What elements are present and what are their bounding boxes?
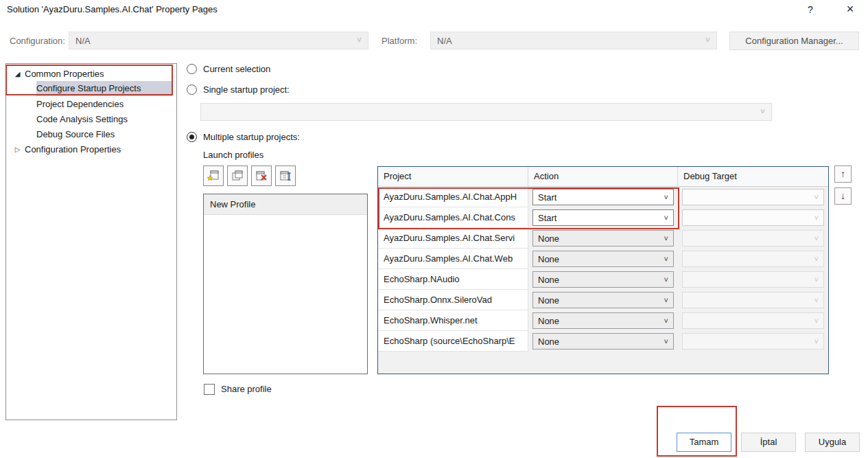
action-value: None xyxy=(538,254,559,264)
debug-target-cell: ˅ xyxy=(678,290,828,310)
new-profile-button[interactable] xyxy=(203,165,224,186)
property-tree: ◢ Common Properties Configure Startup Pr… xyxy=(5,63,177,420)
action-cell: None ˅ xyxy=(528,228,678,249)
action-select[interactable]: None ˅ xyxy=(532,271,674,288)
delete-profile-icon xyxy=(255,170,268,182)
debug-target-cell: ˅ xyxy=(678,187,828,207)
action-value: None xyxy=(538,316,559,326)
project-cell[interactable]: EchoSharp (source\EchoSharp\E xyxy=(378,331,528,352)
radio-current-selection-label: Current selection xyxy=(203,64,270,74)
tree-expanded-icon[interactable]: ◢ xyxy=(13,70,22,78)
tree-collapsed-icon[interactable]: ▷ xyxy=(13,146,22,153)
share-profile-checkbox[interactable] xyxy=(204,384,215,395)
startup-projects-grid: Project Action Debug Target AyazDuru.Sam… xyxy=(377,166,829,374)
configuration-value: N/A xyxy=(75,36,91,46)
chevron-down-icon: ˅ xyxy=(664,317,668,325)
tree-item-configuration-properties[interactable]: ▷ Configuration Properties xyxy=(6,141,176,157)
chevron-down-icon: ˅ xyxy=(814,275,819,284)
share-profile-label: Share profile xyxy=(221,384,272,394)
action-select[interactable]: None ˅ xyxy=(532,251,674,267)
clone-profile-icon xyxy=(231,170,244,182)
down-arrow-icon: ↓ xyxy=(841,190,845,201)
cancel-button[interactable]: İptal xyxy=(741,433,796,452)
debug-target-select[interactable]: ˅ xyxy=(682,312,824,329)
move-up-button[interactable]: ↑ xyxy=(834,165,852,183)
platform-select[interactable]: N/A ˅ xyxy=(430,32,717,49)
column-header-debug-target[interactable]: Debug Target xyxy=(678,167,828,186)
tree-item-label: Configuration Properties xyxy=(25,144,121,154)
table-row: AyazDuru.Samples.AI.Chat.Cons Start ˅ ˅ xyxy=(378,207,828,228)
configuration-select[interactable]: N/A ˅ xyxy=(69,32,368,49)
debug-target-cell: ˅ xyxy=(678,249,828,269)
action-cell: None ˅ xyxy=(528,249,678,269)
help-icon[interactable]: ? xyxy=(801,2,819,17)
tree-item-project-dependencies[interactable]: Project Dependencies xyxy=(6,96,176,111)
rename-profile-icon xyxy=(279,170,292,182)
debug-target-cell: ˅ xyxy=(678,331,828,352)
action-cell: None ˅ xyxy=(528,290,678,310)
chevron-down-icon: ˅ xyxy=(664,337,668,345)
table-row: EchoSharp.Onnx.SileroVad None ˅ ˅ xyxy=(378,290,828,310)
debug-target-select[interactable]: ˅ xyxy=(682,189,824,205)
apply-button[interactable]: Uygula xyxy=(805,433,860,452)
debug-target-select[interactable]: ˅ xyxy=(682,209,824,226)
action-cell: None ˅ xyxy=(528,269,678,290)
action-select[interactable]: None ˅ xyxy=(532,333,674,350)
debug-target-select[interactable]: ˅ xyxy=(682,251,824,267)
action-select[interactable]: None ˅ xyxy=(532,230,674,247)
action-cell: None ˅ xyxy=(528,331,678,352)
project-cell[interactable]: EchoSharp.Onnx.SileroVad xyxy=(378,290,528,310)
chevron-down-icon: ˅ xyxy=(357,36,362,45)
chevron-down-icon: ˅ xyxy=(814,234,819,242)
project-cell[interactable]: AyazDuru.Samples.AI.Chat.Servi xyxy=(378,228,528,249)
tree-item-code-analysis-settings[interactable]: Code Analysis Settings xyxy=(6,111,176,126)
up-arrow-icon: ↑ xyxy=(841,168,845,179)
tree-item-common-properties[interactable]: ◢ Common Properties xyxy=(6,66,176,81)
chevron-down-icon: ˅ xyxy=(664,193,668,201)
project-cell[interactable]: EchoSharp.Whisper.net xyxy=(378,310,528,331)
action-select[interactable]: None ˅ xyxy=(532,312,674,329)
debug-target-select[interactable]: ˅ xyxy=(682,271,824,288)
ok-button[interactable]: Tamam xyxy=(677,433,731,452)
single-startup-project-select[interactable]: ˅ xyxy=(200,103,772,121)
dialog-title: Solution 'AyazDuru.Samples.AI.Chat' Prop… xyxy=(7,4,218,14)
debug-target-select[interactable]: ˅ xyxy=(682,292,824,308)
project-cell[interactable]: AyazDuru.Samples.AI.Chat.AppH xyxy=(378,187,528,207)
chevron-down-icon: ˅ xyxy=(814,337,819,345)
debug-target-cell: ˅ xyxy=(678,207,828,228)
action-select[interactable]: Start ˅ xyxy=(532,209,674,226)
delete-profile-button[interactable] xyxy=(251,165,272,186)
clone-profile-button[interactable] xyxy=(227,165,248,186)
chevron-down-icon: ˅ xyxy=(814,296,819,304)
column-header-project[interactable]: Project xyxy=(378,167,528,186)
project-cell[interactable]: AyazDuru.Samples.AI.Chat.Cons xyxy=(378,207,528,228)
action-value: None xyxy=(538,233,559,244)
chevron-down-icon: ˅ xyxy=(760,107,765,117)
action-select[interactable]: Start ˅ xyxy=(532,189,674,205)
configuration-manager-button[interactable]: Configuration Manager... xyxy=(729,32,859,50)
chevron-down-icon: ˅ xyxy=(664,255,668,263)
tree-item-label: Project Dependencies xyxy=(36,99,124,109)
tree-item-label: Code Analysis Settings xyxy=(36,114,128,124)
action-value: None xyxy=(538,336,559,347)
debug-target-select[interactable]: ˅ xyxy=(682,230,824,247)
move-down-button[interactable]: ↓ xyxy=(834,187,852,205)
tree-item-configure-startup-projects[interactable]: Configure Startup Projects xyxy=(6,81,176,96)
table-row: EchoSharp.NAudio None ˅ ˅ xyxy=(378,269,828,290)
project-cell[interactable]: AyazDuru.Samples.AI.Chat.Web xyxy=(378,249,528,269)
profile-list-item[interactable]: New Profile xyxy=(204,194,367,215)
action-cell: Start ˅ xyxy=(528,207,678,228)
close-icon[interactable]: × xyxy=(840,1,860,17)
action-select[interactable]: None ˅ xyxy=(532,292,674,308)
project-cell[interactable]: EchoSharp.NAudio xyxy=(378,269,528,290)
column-header-action[interactable]: Action xyxy=(528,167,678,186)
radio-multiple-startup[interactable] xyxy=(187,132,197,142)
debug-target-select[interactable]: ˅ xyxy=(682,333,824,350)
action-value: Start xyxy=(538,213,556,223)
radio-current-selection[interactable] xyxy=(187,64,197,74)
rename-profile-button[interactable] xyxy=(275,165,296,186)
chevron-down-icon: ˅ xyxy=(664,275,668,284)
radio-single-startup[interactable] xyxy=(187,84,197,95)
tree-item-debug-source-files[interactable]: Debug Source Files xyxy=(6,126,176,141)
chevron-down-icon: ˅ xyxy=(664,214,668,222)
